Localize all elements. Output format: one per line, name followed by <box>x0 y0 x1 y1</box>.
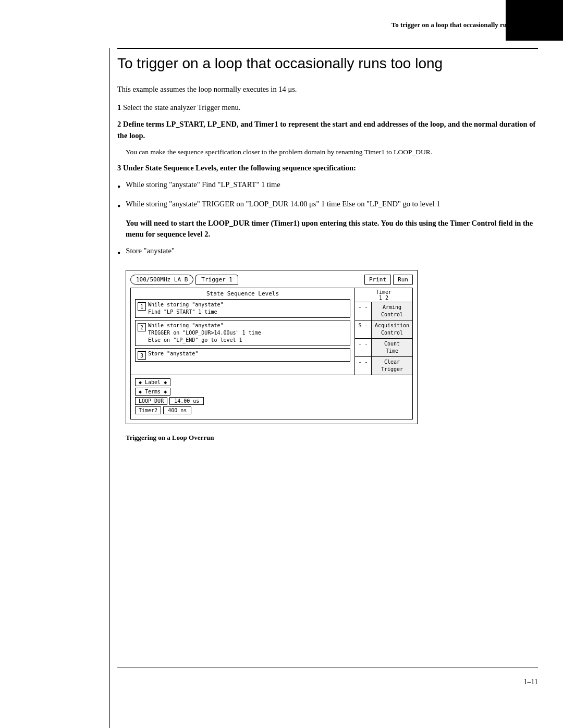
label-row: ◆ Label ◆ <box>135 378 408 386</box>
bullet-1: • While storing "anystate" Find "LP_STAR… <box>117 179 538 194</box>
terms-cell-btn[interactable]: ◆ Terms ◆ <box>135 388 170 396</box>
clear-trigger-btn[interactable]: ClearTrigger <box>372 357 412 375</box>
bottom-rule <box>117 668 538 669</box>
section-title: To trigger on a loop that occasionally r… <box>391 20 538 30</box>
bullet-2: • While storing "anystate" TRIGGER on "L… <box>117 199 538 214</box>
data-row-2: Timer2 400 ns <box>135 406 408 414</box>
step-3-number: 3 <box>117 164 121 172</box>
right-row-1: - - ArmingControl <box>355 302 412 320</box>
level-num-2: 2 <box>138 323 146 331</box>
diag-body: State Sequence Levels 1 While storing "a… <box>130 288 413 375</box>
loop-dur-value: 14.00 us <box>169 397 204 405</box>
main-content: To trigger on a loop that occasionally r… <box>117 55 538 449</box>
level-2-text: While storing "anystate" TRIGGER on "LOO… <box>148 322 261 344</box>
step-3: 3 Under State Sequence Levels, enter the… <box>117 163 538 174</box>
diag-level-2: 2 While storing "anystate" TRIGGER on "L… <box>135 320 350 346</box>
count-time-btn[interactable]: CountTime <box>372 339 412 356</box>
level-1-text: While storing "anystate" Find "LP_START"… <box>148 301 224 316</box>
timer2-name: Timer2 <box>135 406 161 414</box>
intro-text: This example assumes the loop normally e… <box>117 84 538 95</box>
timer-val-acq: S - <box>355 320 372 338</box>
step-1-number: 1 <box>117 103 121 112</box>
diag-level-3: 3 Store "anystate" <box>135 348 350 362</box>
bold-note: You will need to start the LOOP_DUR time… <box>126 218 538 241</box>
diagram-caption: Triggering on a Loop Overrun <box>126 434 538 442</box>
diag-right: Timer1 2 - - ArmingControl S - Acquisiti… <box>355 288 412 375</box>
acquisition-control-btn[interactable]: AcquisitionControl <box>372 320 412 338</box>
diagram-container: 100/500MHz LA B Trigger 1 Print Run Stat… <box>126 270 418 424</box>
right-row-acq: S - AcquisitionControl <box>355 320 412 339</box>
timer2-value: 400 ns <box>163 406 191 414</box>
right-row-count: - - CountTime <box>355 339 412 357</box>
timer-val-clear: - - <box>355 357 372 375</box>
bullet-2-text: While storing "anystate" TRIGGER on "LOO… <box>126 199 440 210</box>
diag-btn-print[interactable]: Print <box>364 275 391 285</box>
bullet-dot-3: • <box>117 246 120 261</box>
loop-dur-name: LOOP_DUR <box>135 397 167 405</box>
bullet-3: • Store "anystate" <box>117 245 538 261</box>
level-3-text: Store "anystate" <box>148 350 198 357</box>
diag-left: State Sequence Levels 1 While storing "a… <box>131 288 355 375</box>
step-3-text: Under State Sequence Levels, enter the f… <box>123 164 356 172</box>
step-1: 1 Select the state analyzer Trigger menu… <box>117 102 538 114</box>
label-cell-btn[interactable]: ◆ Label ◆ <box>135 378 170 386</box>
bullet-3-text: Store "anystate" <box>126 245 175 257</box>
diag-level-1: 1 While storing "anystate" Find "LP_STAR… <box>135 299 350 318</box>
step-2: 2 Define terms LP_START, LP_END, and Tim… <box>117 119 538 142</box>
data-row-1: LOOP_DUR 14.00 us <box>135 397 408 405</box>
step-1-text: Select the state analyzer Trigger menu. <box>123 103 241 112</box>
timer-val-1: - - <box>355 302 372 320</box>
bullet-dot-1: • <box>117 180 120 194</box>
left-rule <box>109 48 110 728</box>
step-2-text: Define terms LP_START, LP_END, and Timer… <box>117 120 535 140</box>
top-rule <box>117 48 538 49</box>
arming-control-btn[interactable]: ArmingControl <box>372 302 412 320</box>
level-num-3: 3 <box>138 351 146 360</box>
diag-top-bar: 100/500MHz LA B Trigger 1 Print Run <box>130 275 413 285</box>
timer-val-count: - - <box>355 339 372 356</box>
right-row-clear: - - ClearTrigger <box>355 357 412 375</box>
level-num-1: 1 <box>138 302 146 311</box>
bullet-1-text: While storing "anystate" Find "LP_START"… <box>126 179 280 191</box>
step-2-number: 2 <box>117 120 121 128</box>
diag-btn-run[interactable]: Run <box>393 275 413 285</box>
diag-bottom: ◆ Label ◆ ◆ Terms ◆ LOOP_DUR 14.00 us Ti… <box>130 375 413 419</box>
page-header: Triggering To trigger on a loop that occ… <box>391 9 538 30</box>
timer-label: Timer1 2 <box>357 289 410 301</box>
diag-btn-analyzer[interactable]: 100/500MHz LA B <box>130 275 193 285</box>
page-number: 1–11 <box>524 678 538 686</box>
step-2-subtext: You can make the sequence specification … <box>126 147 538 157</box>
diag-seq-title: State Sequence Levels <box>135 290 350 297</box>
chapter-title: Triggering <box>391 9 538 20</box>
terms-row: ◆ Terms ◆ <box>135 388 408 396</box>
diag-btn-trigger[interactable]: Trigger 1 <box>195 275 238 285</box>
page-title: To trigger on a loop that occasionally r… <box>117 55 538 72</box>
bullet-dot-2: • <box>117 200 120 214</box>
